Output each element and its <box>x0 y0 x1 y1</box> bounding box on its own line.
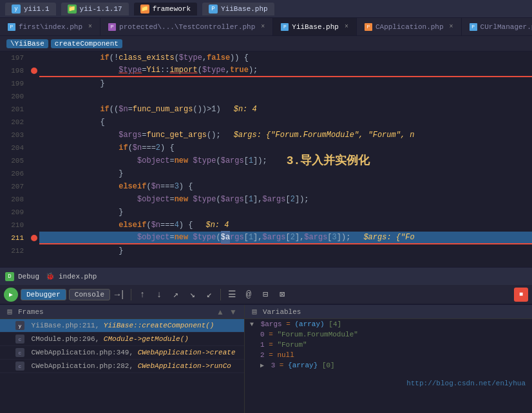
title-tab-label-2: yii-1.1.17 <box>80 5 122 13</box>
frame-file-2: CWebApplication.php:349, <box>32 349 133 356</box>
breakpoint-198[interactable] <box>31 68 37 74</box>
file-tab-index[interactable]: P first\index.php × <box>0 18 100 36</box>
breadcrumb-yiibase[interactable]: \YiiBase <box>6 39 48 48</box>
frame-icon-2: c <box>15 348 24 357</box>
step-sw-button[interactable]: ↙ <box>202 288 216 302</box>
var-type-3: {array} <box>288 362 318 369</box>
file-tab-yiibase[interactable]: P YiiBase.php × <box>273 18 357 36</box>
step-down-button[interactable]: ↓ <box>152 288 166 302</box>
code-content: if(!class_exists($type,false)) { $type=Y… <box>39 51 532 267</box>
code-line-200 <box>39 90 532 103</box>
tab-icon-folder: 📁 <box>68 5 77 14</box>
title-tab-label-4: YiiBase.php <box>221 5 268 13</box>
close-icon-4[interactable]: × <box>450 23 453 30</box>
frame-file-0: YiiBase.php:211, <box>32 322 100 329</box>
step-into-button[interactable]: →| <box>113 288 127 302</box>
ln-201: 201 <box>0 103 29 116</box>
variables-header: ▤ Variables <box>245 305 532 319</box>
ln-210: 210 <box>0 219 29 232</box>
frames-panel: ▤ Frames ▲ ▼ y YiiBase.php:211, YiiBase:… <box>0 305 245 413</box>
ln-197: 197 <box>0 51 29 64</box>
minus-box-button[interactable]: ⊟ <box>258 288 272 302</box>
title-tab-label: yii1.1 <box>24 5 50 13</box>
ln-209: 209 <box>0 206 29 219</box>
ln-203: 203 <box>0 129 29 142</box>
scroll-down-btn[interactable]: ▼ <box>227 306 239 318</box>
menu-button[interactable]: ☰ <box>225 288 239 302</box>
frame-item-2[interactable]: c CWebApplication.php:349, CWebApplicati… <box>0 346 244 360</box>
frame-method-1: CModule->getModule() <box>104 335 189 343</box>
code-line-198: $type=Yii::import($type,true); <box>39 64 532 77</box>
close-icon[interactable]: × <box>88 23 92 30</box>
gu-197 <box>29 51 39 64</box>
var-val-2: null <box>277 351 294 359</box>
var-item-3[interactable]: ▶ 3 = {array} [0] <box>245 360 532 371</box>
var-key-3: 3 <box>271 362 276 369</box>
var-item-1[interactable]: 1 = "Forum" <box>245 340 532 350</box>
frames-icon: ▤ <box>5 307 14 317</box>
title-tab-yii11[interactable]: y yii1.1 <box>5 3 56 15</box>
close-box-button[interactable]: ⊠ <box>275 288 289 302</box>
tab-icon-framework: 📁 <box>140 5 149 14</box>
var-item-args[interactable]: ▼ $args = (array) [4] <box>245 319 532 329</box>
var-val-args: [4] <box>328 320 341 328</box>
frame-icon-1: c <box>15 335 24 344</box>
toolbar-sep-2 <box>220 289 221 300</box>
breakpoint-211[interactable] <box>31 235 37 241</box>
frame-method-0: YiiBase::createComponent() <box>104 322 214 329</box>
code-line-207: elseif($n===3) { <box>39 180 532 193</box>
tab-icon-yii11: y <box>12 5 21 14</box>
var-item-0[interactable]: 0 = "Forum.ForumModule" <box>245 329 532 340</box>
frame-item-3[interactable]: c CWebApplication.php:282, CWebApplicati… <box>0 360 244 373</box>
scroll-up-btn[interactable]: ▲ <box>214 306 226 318</box>
frame-item-0[interactable]: y YiiBase.php:211, YiiBase::createCompon… <box>0 319 244 333</box>
frames-header: ▤ Frames ▲ ▼ <box>0 305 244 319</box>
title-tab-yii117[interactable]: 📁 yii-1.1.17 <box>61 3 129 15</box>
watermark: http://blog.csdn.net/enlyhua <box>406 380 526 387</box>
file-tab-label-testcontroller: protected\...\TestController.php <box>119 23 255 31</box>
close-icon-3[interactable]: × <box>345 23 348 30</box>
step-up-button[interactable]: ↑ <box>135 288 149 302</box>
play-button[interactable]: ▶ <box>4 288 18 302</box>
frame-item-1[interactable]: c CModule.php:296, CModule->getModule() <box>0 333 244 346</box>
ln-212: 212 <box>0 244 29 257</box>
var-eq-1: = <box>269 341 277 349</box>
code-line-211: $object=new $type($args[1],$args[2],$arg… <box>39 232 532 244</box>
variables-panel: ▤ Variables ▼ $args = (array) [4] 0 = "F… <box>245 305 532 413</box>
ln-207: 207 <box>0 180 29 193</box>
code-line-199: } <box>39 77 532 90</box>
gu-204 <box>29 142 39 154</box>
close-icon-2[interactable]: × <box>261 23 265 30</box>
file-tab-label-yiibase: YiiBase.php <box>292 23 339 31</box>
ln-211: 211 <box>0 232 29 244</box>
gu-203 <box>29 129 39 142</box>
console-button[interactable]: Console <box>69 289 110 300</box>
step-ne-button[interactable]: ↗ <box>169 288 183 302</box>
file-tab-label-curlmanager: CUrlManager.php <box>480 23 532 31</box>
file-tab-testcontroller[interactable]: P protected\...\TestController.php × <box>100 18 273 36</box>
step-se-button[interactable]: ↘ <box>185 288 200 302</box>
gu-211 <box>29 232 39 244</box>
file-tab-capplication[interactable]: P CApplication.php × <box>357 18 462 36</box>
breadcrumb-createcomponent[interactable]: createComponent <box>51 39 122 48</box>
file-tabs: P first\index.php × P protected\...\Test… <box>0 18 532 36</box>
frame-file-1: CModule.php:296, <box>32 335 100 343</box>
gu-200 <box>29 90 39 103</box>
at-button[interactable]: @ <box>242 288 256 302</box>
title-tab-yiibase[interactable]: P YiiBase.php <box>202 3 274 15</box>
ln-206: 206 <box>0 167 29 180</box>
debug-toolbar: ▶ Debugger Console →| ↑ ↓ ↗ ↘ ↙ ☰ @ ⊟ ⊠ … <box>0 285 532 304</box>
frame-icon-0: y <box>15 321 24 330</box>
stop-button[interactable]: ■ <box>514 288 528 302</box>
title-tab-framework[interactable]: 📁 framework <box>134 3 197 15</box>
file-tab-curlmanager[interactable]: P CUrlManager.php × <box>462 18 532 36</box>
debugger-button[interactable]: Debugger <box>21 289 66 300</box>
var-eq-3: = <box>280 362 288 369</box>
tab-icon-yiibase: P <box>209 5 218 14</box>
gu-198 <box>29 64 39 77</box>
toolbar-sep-1 <box>131 289 131 300</box>
code-line-210: elseif($n===4) {$n: 4 <box>39 219 532 232</box>
frame-method-2: CWebApplication->create <box>138 349 236 356</box>
ln-200: 200 <box>0 90 29 103</box>
var-item-2[interactable]: 2 = null <box>245 350 532 360</box>
